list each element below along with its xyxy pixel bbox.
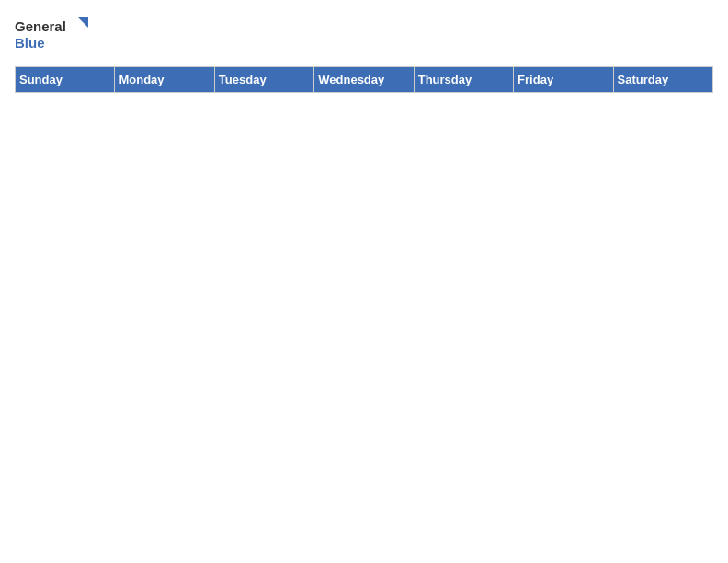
- logo-svg: General Blue: [15, 15, 88, 55]
- weekday-header: Friday: [514, 67, 613, 93]
- logo: General Blue: [15, 15, 88, 55]
- weekday-header: Monday: [115, 67, 214, 93]
- header: General Blue: [15, 15, 713, 55]
- svg-marker-2: [77, 17, 88, 28]
- weekday-header: Thursday: [414, 67, 513, 93]
- weekday-header: Tuesday: [214, 67, 313, 93]
- svg-text:Blue: Blue: [15, 35, 45, 51]
- svg-text:General: General: [15, 18, 66, 34]
- calendar-table: SundayMondayTuesdayWednesdayThursdayFrid…: [15, 66, 713, 93]
- weekday-header: Wednesday: [314, 67, 414, 93]
- calendar-header-row: SundayMondayTuesdayWednesdayThursdayFrid…: [16, 67, 713, 93]
- weekday-header: Sunday: [16, 67, 115, 93]
- weekday-header: Saturday: [613, 67, 712, 93]
